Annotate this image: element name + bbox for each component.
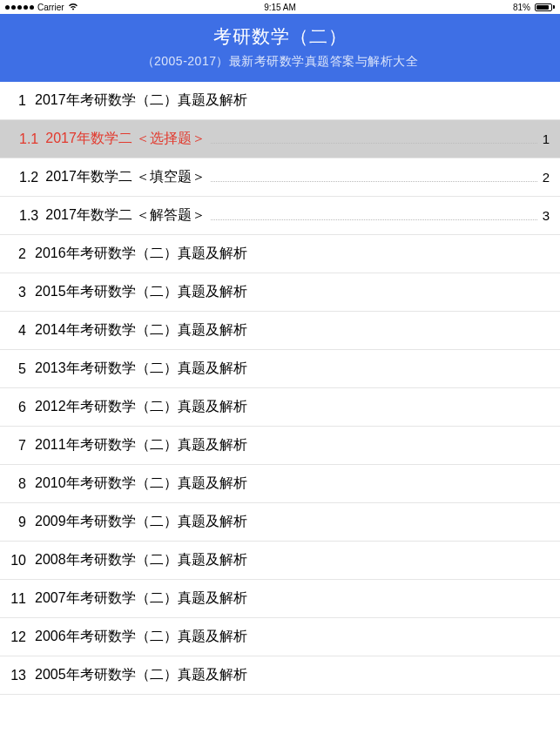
leader-dots (211, 143, 536, 144)
toc-section-number: 7 (10, 438, 26, 454)
clock: 9:15 AM (264, 3, 296, 12)
toc-item-page: 2 (543, 170, 550, 185)
toc-section-label: 2007年考研数学（二）真题及解析 (35, 589, 247, 608)
toc-section-label: 2010年考研数学（二）真题及解析 (35, 474, 247, 493)
toc-item[interactable]: 1.12017年数学二 ＜选择题＞1 (0, 120, 560, 158)
leader-dots (211, 219, 536, 220)
toc-section-number: 3 (10, 285, 26, 300)
toc-section[interactable]: 72011年考研数学（二）真题及解析 (0, 427, 560, 465)
status-left: Carrier (5, 3, 78, 12)
table-of-contents: 12017年考研数学（二）真题及解析1.12017年数学二 ＜选择题＞11.22… (0, 82, 560, 695)
toc-item-number: 1.2 (19, 170, 38, 185)
toc-section-label: 2011年考研数学（二）真题及解析 (35, 436, 247, 454)
toc-section-label: 2005年考研数学（二）真题及解析 (35, 666, 247, 684)
toc-section-number: 10 (10, 553, 26, 569)
toc-item-label: 2017年数学二 ＜填空题＞ (45, 168, 206, 186)
toc-section-number: 4 (10, 323, 26, 339)
battery-icon (533, 3, 555, 11)
toc-section-number: 12 (10, 629, 26, 645)
toc-section-label: 2013年考研数学（二）真题及解析 (35, 360, 247, 378)
toc-section-number: 13 (10, 668, 26, 683)
signal-icon (5, 5, 34, 10)
toc-section-label: 2012年考研数学（二）真题及解析 (35, 398, 247, 416)
wifi-icon (68, 3, 78, 12)
toc-section[interactable]: 32015年考研数学（二）真题及解析 (0, 273, 560, 312)
toc-section[interactable]: 102008年考研数学（二）真题及解析 (0, 542, 560, 580)
toc-item[interactable]: 1.22017年数学二 ＜填空题＞2 (0, 158, 560, 197)
toc-section-label: 2015年考研数学（二）真题及解析 (35, 283, 247, 301)
toc-section[interactable]: 122006年考研数学（二）真题及解析 (0, 618, 560, 656)
page-subtitle: （2005-2017）最新考研数学真题答案与解析大全 (9, 54, 551, 70)
toc-section[interactable]: 82010年考研数学（二）真题及解析 (0, 465, 560, 503)
battery-percent: 81% (513, 3, 530, 12)
toc-section-label: 2017年考研数学（二）真题及解析 (35, 91, 247, 110)
app-header: 考研数学（二） （2005-2017）最新考研数学真题答案与解析大全 (0, 14, 560, 82)
toc-section[interactable]: 52013年考研数学（二）真题及解析 (0, 350, 560, 388)
toc-section-number: 11 (10, 591, 26, 607)
toc-section-number: 8 (10, 476, 26, 492)
carrier-label: Carrier (37, 3, 64, 12)
status-bar: Carrier 9:15 AM 81% (0, 0, 560, 14)
toc-section-label: 2009年考研数学（二）真题及解析 (35, 513, 247, 531)
page-title: 考研数学（二） (9, 24, 551, 49)
toc-section[interactable]: 22016年考研数学（二）真题及解析 (0, 235, 560, 273)
toc-section[interactable]: 112007年考研数学（二）真题及解析 (0, 580, 560, 618)
toc-section-number: 5 (10, 361, 26, 377)
status-right: 81% (513, 3, 555, 12)
toc-section[interactable]: 62012年考研数学（二）真题及解析 (0, 388, 560, 427)
toc-section[interactable]: 12017年考研数学（二）真题及解析 (0, 82, 560, 120)
toc-section-number: 2 (10, 246, 26, 262)
toc-item-page: 1 (543, 131, 550, 146)
toc-section[interactable]: 92009年考研数学（二）真题及解析 (0, 503, 560, 542)
toc-section-label: 2006年考研数学（二）真题及解析 (35, 628, 247, 646)
toc-section-label: 2014年考研数学（二）真题及解析 (35, 321, 247, 340)
toc-section-number: 9 (10, 515, 26, 530)
toc-item-number: 1.3 (19, 208, 38, 224)
toc-item[interactable]: 1.32017年数学二 ＜解答题＞3 (0, 197, 560, 235)
toc-section-label: 2008年考研数学（二）真题及解析 (35, 551, 247, 569)
toc-section[interactable]: 42014年考研数学（二）真题及解析 (0, 312, 560, 350)
toc-item-number: 1.1 (19, 131, 38, 147)
toc-item-label: 2017年数学二 ＜解答题＞ (45, 206, 206, 225)
toc-section-label: 2016年考研数学（二）真题及解析 (35, 245, 247, 263)
toc-item-page: 3 (543, 208, 550, 223)
toc-item-label: 2017年数学二 ＜选择题＞ (45, 130, 206, 148)
toc-section-number: 1 (10, 93, 26, 109)
toc-section[interactable]: 132005年考研数学（二）真题及解析 (0, 656, 560, 695)
toc-section-number: 6 (10, 400, 26, 415)
leader-dots (211, 181, 536, 182)
